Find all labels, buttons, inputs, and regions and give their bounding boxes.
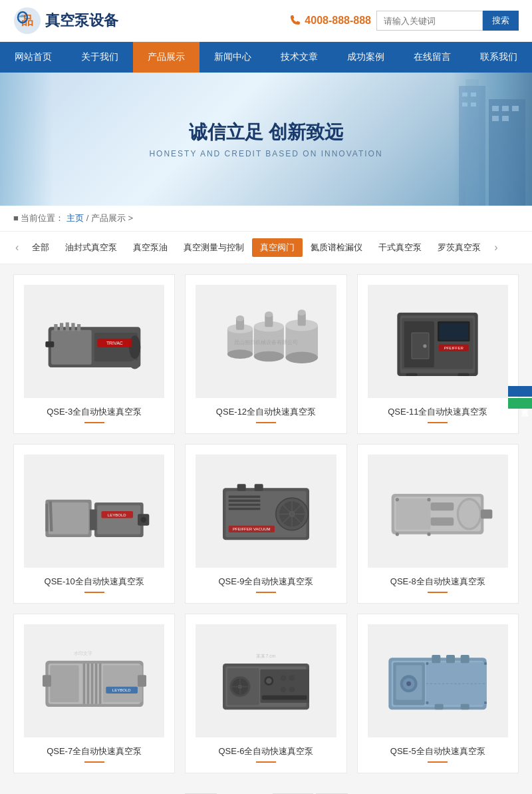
svg-rect-112 (138, 675, 146, 686)
svg-point-27 (130, 360, 139, 369)
cat-dry[interactable]: 干式真空泵 (370, 238, 430, 257)
breadcrumb-sep: / (86, 213, 91, 223)
svg-rect-18 (54, 324, 57, 331)
svg-point-139 (407, 682, 412, 686)
svg-rect-13 (492, 116, 499, 121)
svg-rect-67 (97, 505, 140, 534)
svg-rect-144 (461, 655, 469, 663)
svg-point-149 (484, 662, 487, 665)
breadcrumb-prefix: ■ 当前位置： (13, 213, 64, 223)
cat-prev-arrow[interactable]: ‹ (10, 239, 24, 256)
svg-point-148 (426, 701, 429, 704)
svg-rect-14 (502, 116, 509, 121)
svg-rect-4 (466, 79, 479, 206)
logo-icon: 品 (13, 7, 41, 35)
cat-all[interactable]: 全部 (24, 238, 57, 257)
banner-title: 诚信立足 创新致远 (149, 120, 382, 145)
svg-point-122 (281, 675, 287, 681)
svg-rect-20 (65, 322, 68, 331)
svg-rect-109 (99, 664, 101, 704)
banner-left-deco (0, 73, 53, 206)
nav-item-news[interactable]: 新闻中心 (200, 42, 266, 73)
header: 品 真空泵设备 4008-888-888 搜索 (0, 0, 532, 42)
svg-text:PFEIFFER VACUUM: PFEIFFER VACUUM (233, 527, 271, 531)
svg-rect-7 (471, 93, 476, 97)
products-section: TRIVAC QSE-3全自动快速真空泵 (0, 264, 532, 783)
product-card-2[interactable]: PFEIFFER QSE-11全自动快速真空泵 (357, 274, 519, 434)
svg-rect-110 (103, 666, 142, 702)
product-name-5: QSE-8全自动快速真空泵 (368, 576, 508, 588)
pump-svg-7: 某某7.cm (206, 638, 326, 724)
banner: 诚信立足 创新致远 HONESTY AND CREDIT BASED ON IN… (0, 73, 532, 206)
svg-text:昆山朔日机械设备有限公司: 昆山朔日机械设备有限公司 (234, 339, 298, 345)
product-underline-7 (256, 761, 276, 763)
sidebar-contact[interactable]: 联系方式 (508, 398, 532, 409)
nav-item-contact[interactable]: 联系我们 (466, 42, 532, 73)
svg-rect-11 (502, 106, 509, 111)
phone-icon (289, 15, 301, 27)
cat-pump-oil[interactable]: 真空泵油 (125, 238, 176, 257)
svg-point-34 (236, 315, 244, 321)
svg-rect-143 (446, 655, 455, 663)
svg-text:PFEIFFER: PFEIFFER (444, 346, 464, 350)
nav-item-products[interactable]: 产品展示 (133, 42, 200, 73)
product-card-5[interactable]: QSE-8全自动快速真空泵 (357, 444, 519, 604)
product-image-6: LEYBOLD 水印文字 (24, 624, 164, 737)
svg-point-150 (484, 701, 487, 704)
product-card-6[interactable]: LEYBOLD 水印文字 QSE-7全自动快速真空泵 (13, 614, 175, 773)
product-card-0[interactable]: TRIVAC QSE-3全自动快速真空泵 (13, 274, 175, 434)
banner-subtitle: HONESTY AND CREDIT BASED ON INNOVATION (149, 149, 382, 158)
cat-roots[interactable]: 罗茨真空泵 (430, 238, 489, 257)
cat-oil-sealed[interactable]: 油封式真空泵 (57, 238, 125, 257)
product-underline-8 (428, 761, 448, 763)
svg-rect-10 (492, 106, 499, 111)
svg-rect-68 (90, 509, 96, 530)
svg-point-72 (140, 517, 146, 523)
svg-rect-107 (90, 664, 92, 704)
svg-text:LEYBOLD: LEYBOLD (108, 513, 127, 517)
svg-point-41 (265, 311, 273, 317)
breadcrumb-home[interactable]: 主页 (66, 213, 84, 223)
svg-point-123 (289, 675, 295, 681)
product-name-3: QSE-10全自动快速真空泵 (24, 576, 164, 588)
product-image-3: LEYBOLD (24, 455, 164, 568)
svg-rect-77 (229, 504, 261, 506)
search-bar: 搜索 (376, 11, 519, 31)
phone-number: 4008-888-888 (305, 15, 371, 27)
svg-rect-61 (458, 373, 469, 376)
product-card-3[interactable]: LEYBOLD QSE-10全自动快速真空泵 (13, 444, 175, 604)
nav-item-cases[interactable]: 成功案例 (332, 42, 399, 73)
product-name-1: QSE-12全自动快速真空泵 (196, 406, 336, 418)
nav-item-message[interactable]: 在线留言 (399, 42, 466, 73)
svg-rect-8 (462, 102, 467, 106)
cat-helium[interactable]: 氦质谱检漏仪 (303, 238, 370, 257)
search-input[interactable] (376, 11, 483, 31)
nav-item-about[interactable]: 关于我们 (66, 42, 133, 73)
logo-text: 真空泵设备 (45, 11, 118, 31)
svg-rect-106 (86, 664, 88, 704)
nav-item-home[interactable]: 网站首页 (0, 42, 66, 73)
products-grid: TRIVAC QSE-3全自动快速真空泵 (13, 274, 519, 773)
nav-item-tech[interactable]: 技术文章 (266, 42, 332, 73)
banner-building-svg (452, 73, 532, 206)
product-card-7[interactable]: 某某7.cm QSE-6全自动快速真空泵 (185, 614, 346, 773)
svg-point-97 (396, 498, 399, 501)
cat-measure[interactable]: 真空测量与控制 (176, 238, 252, 257)
product-name-7: QSE-6全自动快速真空泵 (196, 745, 336, 757)
search-button[interactable]: 搜索 (483, 11, 519, 31)
product-underline-2 (428, 422, 448, 423)
breadcrumb-arrow: > (128, 213, 134, 223)
cat-next-arrow[interactable]: › (489, 239, 503, 256)
product-underline-5 (428, 592, 448, 593)
product-card-4[interactable]: PFEIFFER VACUUM QSE-9全自动快速真空泵 (185, 444, 346, 604)
right-sidebar: 在线客服 联系方式 (508, 386, 532, 409)
svg-rect-60 (406, 373, 418, 376)
cat-valve[interactable]: 真空阀门 (252, 238, 303, 257)
svg-text:水印文字: 水印文字 (73, 651, 92, 656)
svg-point-121 (266, 678, 272, 684)
product-card-1[interactable]: 昆山朔日机械设备有限公司 QSE-12全自动快速真空泵 (185, 274, 346, 434)
product-card-8[interactable]: QSE-5全自动快速真空泵 (357, 614, 519, 773)
svg-point-94 (459, 500, 479, 528)
svg-point-57 (424, 344, 427, 347)
sidebar-online-service[interactable]: 在线客服 (508, 386, 532, 397)
